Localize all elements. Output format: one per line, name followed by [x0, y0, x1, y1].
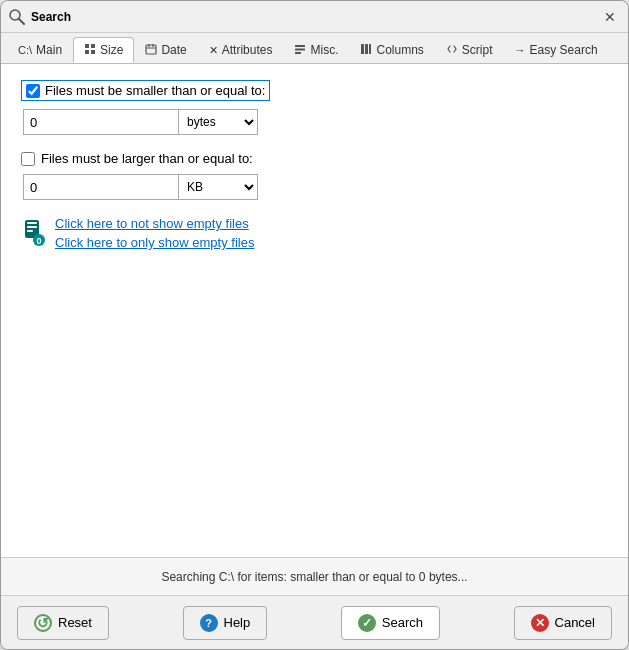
- larger-input-row: bytes KB MB GB: [23, 174, 608, 200]
- tab-script-label: Script: [462, 43, 493, 57]
- svg-rect-3: [91, 44, 95, 48]
- smaller-checkbox-label: Files must be smaller than or equal to:: [45, 83, 265, 98]
- window-icon: [9, 9, 25, 25]
- svg-rect-19: [27, 230, 33, 232]
- tab-size-label: Size: [100, 43, 123, 57]
- tab-attributes[interactable]: ✕ Attributes: [198, 37, 284, 63]
- smaller-checkbox-row: Files must be smaller than or equal to:: [21, 80, 608, 101]
- reset-icon: ↺: [34, 614, 52, 632]
- tab-size[interactable]: Size: [73, 37, 134, 63]
- tab-date-label: Date: [161, 43, 186, 57]
- svg-rect-13: [361, 44, 364, 54]
- misc-tab-icon: [294, 43, 306, 57]
- tab-script[interactable]: Script: [435, 37, 504, 63]
- smaller-value-input[interactable]: [23, 109, 178, 135]
- tab-misc[interactable]: Misc.: [283, 37, 349, 63]
- tab-misc-label: Misc.: [310, 43, 338, 57]
- tab-attributes-label: Attributes: [222, 43, 273, 57]
- cancel-button[interactable]: ✕ Cancel: [514, 606, 612, 640]
- larger-value-input[interactable]: [23, 174, 178, 200]
- empty-files-icon: 0: [21, 218, 47, 254]
- help-button[interactable]: ? Help: [183, 606, 268, 640]
- tab-main[interactable]: C:\ Main: [7, 37, 73, 63]
- close-button[interactable]: ✕: [600, 7, 620, 27]
- svg-rect-4: [85, 50, 89, 54]
- svg-rect-5: [91, 50, 95, 54]
- link-not-show-empty[interactable]: Click here to not show empty files: [55, 216, 254, 231]
- tab-columns-label: Columns: [376, 43, 423, 57]
- columns-tab-icon: [360, 43, 372, 57]
- link-only-show-empty[interactable]: Click here to only show empty files: [55, 235, 254, 250]
- main-tab-icon: C:\: [18, 44, 32, 56]
- tab-easy-search[interactable]: → Easy Search: [504, 37, 609, 63]
- tab-easy-search-label: Easy Search: [530, 43, 598, 57]
- svg-rect-12: [295, 52, 301, 54]
- tab-bar: C:\ Main Size Date ✕ Attributes Misc.: [1, 33, 628, 64]
- tab-main-label: Main: [36, 43, 62, 57]
- tab-columns[interactable]: Columns: [349, 37, 434, 63]
- date-tab-icon: [145, 43, 157, 57]
- cancel-icon: ✕: [531, 614, 549, 632]
- search-icon: ✓: [358, 614, 376, 632]
- tab-date[interactable]: Date: [134, 37, 197, 63]
- larger-checkbox-row: Files must be larger than or equal to:: [21, 151, 608, 166]
- cancel-label: Cancel: [555, 615, 595, 630]
- links-section: 0 Click here to not show empty files Cli…: [21, 216, 608, 254]
- larger-checkbox[interactable]: [21, 152, 35, 166]
- attributes-tab-icon: ✕: [209, 44, 218, 57]
- status-text: Searching C:\ for items: smaller than or…: [161, 570, 467, 584]
- smaller-checkbox[interactable]: [26, 84, 40, 98]
- reset-button[interactable]: ↺ Reset: [17, 606, 109, 640]
- smaller-unit-select[interactable]: bytes KB MB GB: [178, 109, 258, 135]
- help-label: Help: [224, 615, 251, 630]
- links-column: Click here to not show empty files Click…: [55, 216, 254, 250]
- smaller-input-row: bytes KB MB GB: [23, 109, 608, 135]
- svg-rect-14: [365, 44, 368, 54]
- smaller-checkbox-container: Files must be smaller than or equal to:: [21, 80, 270, 101]
- svg-rect-18: [27, 226, 37, 228]
- svg-rect-6: [146, 45, 156, 54]
- search-button[interactable]: ✓ Search: [341, 606, 440, 640]
- help-icon: ?: [200, 614, 218, 632]
- script-tab-icon: [446, 43, 458, 57]
- window-title: Search: [31, 10, 600, 24]
- title-bar: Search ✕: [1, 1, 628, 33]
- svg-rect-10: [295, 45, 305, 47]
- svg-rect-2: [85, 44, 89, 48]
- svg-line-1: [19, 19, 24, 24]
- reset-label: Reset: [58, 615, 92, 630]
- easy-search-tab-icon: →: [515, 44, 526, 56]
- svg-rect-11: [295, 49, 305, 51]
- larger-unit-select[interactable]: bytes KB MB GB: [178, 174, 258, 200]
- svg-rect-15: [369, 44, 371, 54]
- search-window: Search ✕ C:\ Main Size Date ✕ Attributes: [0, 0, 629, 650]
- bottom-bar: ↺ Reset ? Help ✓ Search ✕ Cancel: [1, 595, 628, 649]
- search-label: Search: [382, 615, 423, 630]
- tab-content: Files must be smaller than or equal to: …: [1, 64, 628, 557]
- svg-rect-17: [27, 222, 37, 224]
- size-tab-icon: [84, 43, 96, 57]
- status-bar: Searching C:\ for items: smaller than or…: [1, 557, 628, 595]
- svg-text:0: 0: [36, 236, 41, 246]
- larger-checkbox-label: Files must be larger than or equal to:: [41, 151, 253, 166]
